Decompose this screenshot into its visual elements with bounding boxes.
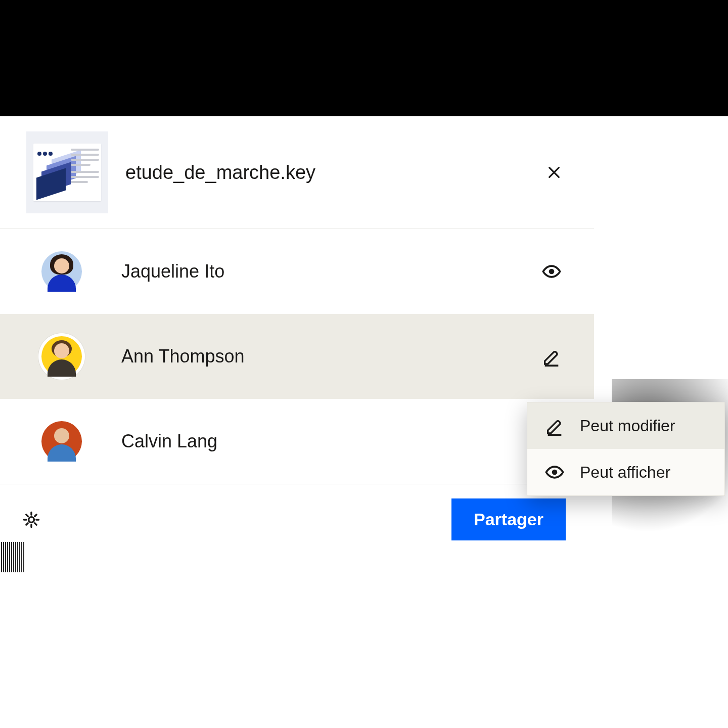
pencil-icon bbox=[541, 346, 562, 367]
thumbnail-dots bbox=[37, 149, 54, 158]
person-name: Jaqueline Ito bbox=[121, 261, 540, 282]
eye-icon bbox=[541, 261, 562, 282]
avatar bbox=[41, 421, 82, 462]
person-row[interactable]: Calvin Lang bbox=[0, 399, 594, 484]
svg-point-1 bbox=[29, 517, 34, 522]
person-name: Ann Thompson bbox=[121, 346, 540, 367]
close-icon bbox=[546, 164, 562, 180]
menu-item-can-view[interactable]: Peut afficher bbox=[527, 449, 724, 495]
stage: etude_de_marche.key Jaqueline Ito Ann bbox=[0, 0, 728, 728]
letterbox-top bbox=[0, 0, 728, 116]
menu-item-label: Peut modifier bbox=[580, 417, 675, 435]
svg-point-0 bbox=[549, 269, 555, 275]
share-button[interactable]: Partager bbox=[451, 498, 566, 540]
permission-menu: Peut modifier Peut afficher bbox=[527, 402, 725, 496]
artifact-noise bbox=[0, 542, 25, 572]
menu-item-can-edit[interactable]: Peut modifier bbox=[527, 402, 724, 449]
gear-icon bbox=[22, 510, 41, 529]
menu-item-label: Peut afficher bbox=[580, 463, 670, 482]
person-name: Calvin Lang bbox=[121, 431, 540, 452]
person-row[interactable]: Jaqueline Ito bbox=[0, 229, 594, 314]
pencil-icon bbox=[544, 416, 565, 436]
avatar bbox=[41, 336, 82, 377]
permission-button[interactable] bbox=[540, 261, 563, 282]
file-thumbnail bbox=[26, 131, 108, 213]
permission-button[interactable] bbox=[540, 346, 563, 367]
close-button[interactable] bbox=[542, 161, 566, 184]
person-row[interactable]: Ann Thompson bbox=[0, 314, 594, 399]
settings-button[interactable] bbox=[20, 509, 42, 531]
eye-icon bbox=[544, 462, 565, 482]
dialog-header: etude_de_marche.key bbox=[0, 116, 594, 229]
svg-point-2 bbox=[552, 470, 558, 475]
file-name: etude_de_marche.key bbox=[125, 162, 542, 184]
dialog-footer: Partager bbox=[0, 484, 594, 555]
share-dialog: etude_de_marche.key Jaqueline Ito Ann bbox=[0, 116, 594, 555]
avatar bbox=[41, 251, 82, 292]
thumbnail-text-lines bbox=[71, 149, 99, 186]
